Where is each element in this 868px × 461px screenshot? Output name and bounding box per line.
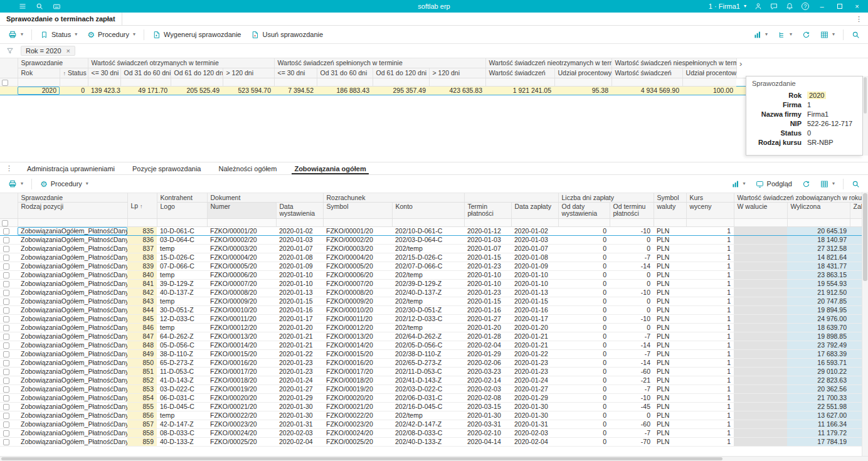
- column-header[interactable]: Data zapłaty: [511, 202, 558, 218]
- column-header[interactable]: Numer: [207, 202, 276, 218]
- row-checkbox[interactable]: [3, 439, 9, 445]
- close-button[interactable]: ×: [852, 3, 862, 10]
- column-header[interactable]: Od 31 do 60 dni: [120, 68, 171, 78]
- scrollbar-thumb[interactable]: [863, 193, 867, 281]
- column-header[interactable]: W walucie: [734, 202, 787, 218]
- scrollbar-thumb[interactable]: [1, 457, 722, 460]
- select-all-cell[interactable]: [0, 218, 18, 226]
- row-select-cell[interactable]: [0, 428, 18, 437]
- section-overflow-menu-icon[interactable]: ⋮: [0, 162, 18, 174]
- column-header[interactable]: <= 30 dni: [274, 68, 317, 78]
- table-row[interactable]: ZobowiązaniaOgółem_PłatnośćDanyRok840tem…: [0, 270, 862, 279]
- row-select-cell[interactable]: [0, 367, 18, 376]
- table-row[interactable]: ZobowiązaniaOgółem_PłatnośćDanyRok85940-…: [0, 437, 862, 446]
- tab-pozycje-sprawozdania[interactable]: Pozycje sprawozdania: [124, 162, 209, 174]
- group-header[interactable]: Rozrachunek: [323, 193, 464, 202]
- group-header[interactable]: Symbol: [654, 193, 686, 202]
- search-button[interactable]: [847, 177, 864, 191]
- column-header[interactable]: <= 30 dni: [88, 68, 120, 78]
- layout-options-button[interactable]: ▾: [773, 28, 797, 42]
- row-checkbox[interactable]: [3, 334, 9, 340]
- search-button[interactable]: [847, 28, 864, 42]
- row-checkbox[interactable]: [3, 421, 9, 428]
- remove-filter-icon[interactable]: ×: [66, 48, 70, 55]
- column-header[interactable]: Od 61 do 120 dni: [373, 68, 429, 78]
- row-select-cell[interactable]: [0, 384, 18, 393]
- table-row[interactable]: ZobowiązaniaOgółem_PłatnośćDanyRok83510-…: [0, 226, 862, 235]
- row-checkbox[interactable]: [3, 228, 9, 235]
- row-checkbox[interactable]: [3, 325, 9, 331]
- maximize-button[interactable]: [835, 4, 844, 9]
- column-header[interactable]: Wartość świadczeń: [485, 68, 554, 78]
- row-select-cell[interactable]: [0, 393, 18, 402]
- column-header[interactable]: Od daty wystawienia: [558, 202, 610, 218]
- table-row[interactable]: ZobowiązaniaOgółem_PłatnośćDanyRok85742-…: [0, 420, 862, 428]
- row-select-cell[interactable]: [0, 297, 18, 305]
- notifications-icon[interactable]: [786, 3, 793, 10]
- scrollbar-thumb[interactable]: [864, 77, 867, 114]
- row-select-cell[interactable]: [0, 279, 18, 288]
- row-select-cell[interactable]: [0, 358, 18, 367]
- procedures-menu-button[interactable]: ⚙ Procedury ▾: [83, 28, 140, 42]
- horizontal-scrollbar[interactable]: [0, 456, 868, 461]
- grid-settings-button[interactable]: ▾: [816, 177, 839, 191]
- table-row[interactable]: ZobowiązaniaOgółem_PłatnośćDanyRok846tem…: [0, 323, 862, 332]
- row-select-cell[interactable]: [0, 411, 18, 420]
- column-header-status[interactable]: ↑ Status: [60, 68, 88, 78]
- row-select-cell[interactable]: [0, 314, 18, 323]
- filter-chip[interactable]: Rok = 2020 ×: [21, 46, 75, 56]
- table-row[interactable]: ZobowiązaniaOgółem_PłatnośćDanyRok85065-…: [0, 358, 862, 367]
- group-header[interactable]: Kontrahent: [157, 193, 207, 202]
- refresh-button[interactable]: [798, 177, 815, 191]
- column-header[interactable]: Wyliczona: [787, 202, 850, 218]
- column-header[interactable]: Od terminu płatności: [610, 202, 654, 218]
- column-header-rok[interactable]: Rok: [18, 68, 60, 78]
- table-row[interactable]: ZobowiązaniaOgółem_PłatnośćDanyRok837tem…: [0, 244, 862, 253]
- company-selector[interactable]: 1 · Firma1 ▾: [709, 3, 746, 10]
- select-all-checkbox[interactable]: [2, 220, 8, 226]
- group-header[interactable]: Wartość świadczeń spełnionych w terminie: [274, 58, 485, 68]
- row-checkbox[interactable]: [3, 281, 9, 287]
- vertical-scrollbar[interactable]: [862, 192, 868, 456]
- menu-icon[interactable]: [19, 3, 26, 10]
- column-header[interactable]: Logo: [157, 202, 207, 218]
- column-header[interactable]: wyceny: [686, 202, 734, 218]
- column-header[interactable]: Od 61 do 120 dni: [171, 68, 223, 78]
- table-row[interactable]: ZobowiązaniaOgółem_PłatnośćDanyRok84805-…: [0, 341, 862, 349]
- column-header[interactable]: Wartość świadczeń: [611, 68, 682, 78]
- row-checkbox[interactable]: [3, 360, 9, 366]
- row-checkbox[interactable]: [3, 246, 9, 252]
- preview-button[interactable]: Podgląd: [751, 177, 797, 191]
- row-select-cell[interactable]: [0, 341, 18, 349]
- group-header[interactable]: Wartość świadczeń niespełnionych w termi…: [611, 58, 736, 68]
- group-header[interactable]: Wartość świadczeń nieotrzymanych w termi…: [485, 58, 611, 68]
- refresh-button[interactable]: [798, 28, 815, 42]
- row-checkbox[interactable]: [3, 351, 9, 358]
- row-checkbox[interactable]: [3, 263, 9, 270]
- select-all-checkbox[interactable]: [2, 80, 8, 86]
- row-select-cell[interactable]: [0, 244, 18, 253]
- row-select-cell[interactable]: [0, 323, 18, 332]
- group-header[interactable]: Wartość świadczeń otrzymanych w terminie: [88, 58, 274, 68]
- table-row[interactable]: ZobowiązaniaOgółem_PłatnośćDanyRok85406-…: [0, 393, 862, 402]
- detail-panel-scrollbar[interactable]: [863, 76, 868, 156]
- field-value[interactable]: SR-NBP: [807, 139, 834, 146]
- row-select-cell[interactable]: [0, 235, 18, 244]
- chart-view-button[interactable]: ▾: [727, 177, 750, 191]
- tab-naleznosci-ogolem[interactable]: Należności ogółem: [209, 162, 285, 174]
- row-checkbox[interactable]: [3, 290, 9, 296]
- table-row[interactable]: ZobowiązaniaOgółem_PłatnośćDanyRok85111-…: [0, 367, 862, 376]
- row-checkbox[interactable]: [3, 378, 9, 384]
- table-row[interactable]: ZobowiązaniaOgółem_PłatnośćDanyRok83815-…: [0, 253, 862, 262]
- select-all-cell[interactable]: [0, 78, 18, 86]
- table-row[interactable]: ZobowiązaniaOgółem_PłatnośćDanyRok84512-…: [0, 314, 862, 323]
- group-header[interactable]: Liczba dni zapłaty: [558, 193, 654, 202]
- user-icon[interactable]: [754, 3, 762, 10]
- table-row[interactable]: ZobowiązaniaOgółem_PłatnośćDanyRok85516-…: [0, 402, 862, 411]
- table-row[interactable]: ZobowiązaniaOgółem_PłatnośćDanyRok85241-…: [0, 376, 862, 384]
- row-checkbox[interactable]: [3, 299, 9, 305]
- grid-settings-button[interactable]: ▾: [816, 28, 839, 42]
- procedures-menu-button[interactable]: ⚙ Procedury ▾: [36, 177, 93, 191]
- row-checkbox[interactable]: [3, 404, 9, 410]
- table-row[interactable]: ZobowiązaniaOgółem_PłatnośćDanyRok856tem…: [0, 411, 862, 420]
